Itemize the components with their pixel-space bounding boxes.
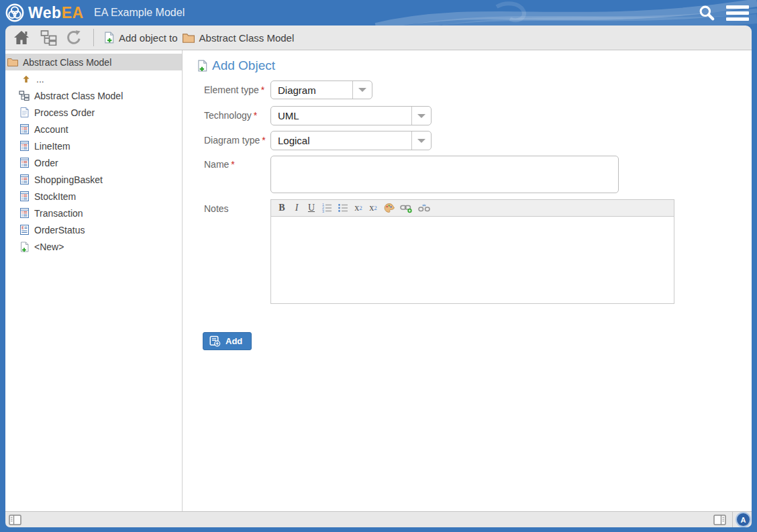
notes-field[interactable] xyxy=(270,217,674,304)
class-icon xyxy=(20,158,29,168)
activity-icon xyxy=(20,107,29,117)
svg-text:3: 3 xyxy=(322,209,324,213)
tree-item-class[interactable]: Transaction xyxy=(5,205,182,221)
add-object-form: Add Object Element type* Diagram Technol… xyxy=(183,50,752,511)
chevron-down-icon xyxy=(417,139,425,143)
webea-logo[interactable]: WebEA xyxy=(5,3,84,22)
dropdown-arrow-button[interactable] xyxy=(352,81,372,99)
browser-tree-button[interactable] xyxy=(38,28,59,48)
user-avatar[interactable]: A xyxy=(737,513,750,526)
chevron-down-icon xyxy=(358,88,366,92)
element-type-select[interactable]: Diagram xyxy=(270,81,372,99)
hamburger-menu-button[interactable] xyxy=(725,3,750,23)
link-add-icon xyxy=(400,203,413,213)
ordered-list-button[interactable]: 1 2 3 xyxy=(321,201,332,215)
name-field[interactable] xyxy=(270,156,619,193)
diagram-type-value: Logical xyxy=(271,131,411,150)
palette-icon xyxy=(383,203,395,213)
breadcrumb: Add object to Abstract Class Model xyxy=(104,32,294,44)
toggle-sidebar-button[interactable] xyxy=(9,515,21,525)
class-icon xyxy=(20,124,29,134)
remove-link-button[interactable] xyxy=(418,201,430,215)
superscript-button[interactable]: x2 xyxy=(354,201,363,215)
home-icon xyxy=(13,30,30,45)
tree-item-diagram[interactable]: Abstract Class Model xyxy=(5,87,182,104)
tree-item-new[interactable]: <New> xyxy=(5,238,182,255)
browser-sidebar: Abstract Class Model ... Abstract Class … xyxy=(5,50,183,511)
dropdown-arrow-button[interactable] xyxy=(411,131,431,150)
refresh-button[interactable] xyxy=(63,28,85,48)
enumeration-icon xyxy=(20,225,29,235)
add-button-label: Add xyxy=(225,336,242,346)
color-button[interactable] xyxy=(383,201,395,215)
new-object-icon xyxy=(20,242,29,252)
underline-button[interactable]: U xyxy=(307,201,316,215)
toolbar-separator xyxy=(93,29,94,46)
technology-value: UML xyxy=(271,107,411,125)
name-label: Name* xyxy=(204,159,268,170)
bullet-list-icon xyxy=(338,203,348,213)
search-icon xyxy=(698,4,715,21)
page-title: Add Object xyxy=(197,58,275,73)
home-button[interactable] xyxy=(11,28,32,48)
toggle-properties-button[interactable] xyxy=(707,515,732,525)
notes-editor-toolbar: B I U 1 2 3 xyxy=(270,199,674,217)
diagram-type-label: Diagram type* xyxy=(204,135,268,146)
logo-text: WebEA xyxy=(28,4,84,22)
notes-editor: B I U 1 2 3 xyxy=(270,199,674,304)
tree-item-class[interactable]: ShoppingBasket xyxy=(5,171,182,188)
new-object-icon xyxy=(197,60,207,72)
ordered-list-icon: 1 2 3 xyxy=(321,203,332,213)
model-title: EA Example Model xyxy=(94,0,185,25)
status-bar-separator xyxy=(732,512,733,527)
hamburger-icon xyxy=(726,5,749,9)
tree-item-class[interactable]: LineItem xyxy=(5,138,182,154)
folder-icon xyxy=(7,58,18,66)
breadcrumb-target: Abstract Class Model xyxy=(199,32,295,44)
tree-item-enumeration[interactable]: OrderStatus xyxy=(5,221,182,238)
element-type-value: Diagram xyxy=(271,81,352,99)
italic-button[interactable]: I xyxy=(292,201,301,215)
bold-button[interactable]: B xyxy=(277,201,287,215)
content-panel: Abstract Class Model ... Abstract Class … xyxy=(5,50,752,511)
add-button[interactable]: Add xyxy=(203,332,252,350)
chevron-down-icon xyxy=(417,114,425,118)
class-icon xyxy=(20,141,29,151)
up-arrow-icon xyxy=(22,75,30,83)
tree-item-class[interactable]: StockItem xyxy=(5,188,182,205)
add-document-icon xyxy=(209,335,221,347)
class-icon xyxy=(20,191,29,201)
class-icon xyxy=(20,174,29,184)
tree-item-activity[interactable]: Process Order xyxy=(5,104,182,121)
tree-item-class[interactable]: Account xyxy=(5,121,182,138)
panel-right-icon xyxy=(713,515,726,525)
folder-icon xyxy=(183,33,195,43)
toolbar: Add object to Abstract Class Model xyxy=(5,25,752,50)
refresh-icon xyxy=(66,30,82,46)
diagram-type-select[interactable]: Logical xyxy=(270,131,432,150)
technology-select[interactable]: UML xyxy=(270,106,432,125)
link-remove-icon xyxy=(418,203,430,213)
insert-link-button[interactable] xyxy=(400,201,413,215)
bullet-list-button[interactable] xyxy=(338,201,348,215)
dropdown-arrow-button[interactable] xyxy=(411,107,431,125)
tree-item-parent[interactable]: ... xyxy=(5,70,182,87)
hierarchy-icon xyxy=(40,30,57,46)
diagram-icon xyxy=(19,91,30,101)
subscript-button[interactable]: x2 xyxy=(368,201,378,215)
notes-label: Notes xyxy=(204,203,268,214)
search-button[interactable] xyxy=(697,3,717,23)
panel-left-icon xyxy=(9,515,21,525)
app-header: WebEA EA Example Model xyxy=(0,0,757,25)
tree-item-root[interactable]: Abstract Class Model xyxy=(5,54,182,70)
tree-item-class[interactable]: Order xyxy=(5,154,182,171)
class-icon xyxy=(20,208,29,218)
element-type-label: Element type* xyxy=(204,85,268,95)
status-bar-right: A xyxy=(707,512,752,527)
breadcrumb-action: Add object to xyxy=(119,32,178,44)
sparx-logo-icon xyxy=(5,3,24,22)
status-bar: A xyxy=(5,511,752,527)
technology-label: Technology* xyxy=(204,110,268,121)
new-object-icon xyxy=(104,32,114,44)
